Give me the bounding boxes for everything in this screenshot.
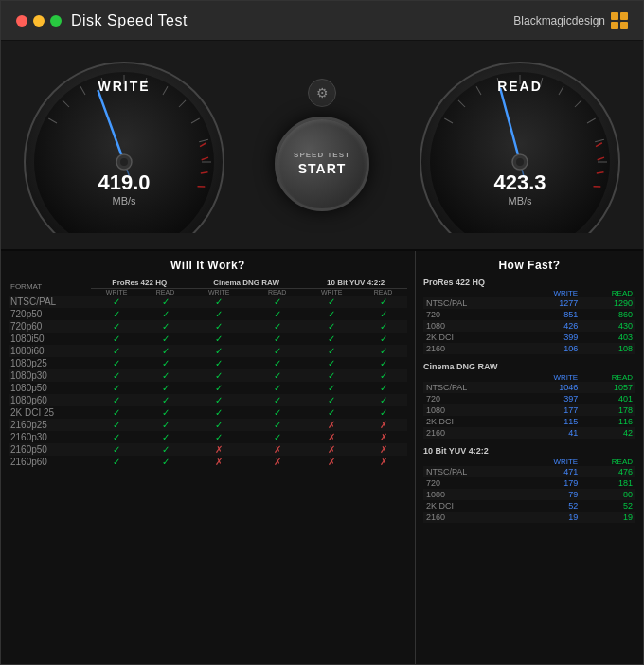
format-cell: 2160p25 xyxy=(9,419,91,431)
brand-sq-1 xyxy=(611,12,618,20)
format-cell: 720p50 xyxy=(9,308,91,320)
write-gauge-value: 419.0 MB/s xyxy=(98,171,150,207)
hf-label-header xyxy=(423,289,519,297)
check-mark: ✓ xyxy=(91,406,143,419)
hf-write-value: 41 xyxy=(519,427,581,439)
start-button-sub-label: SPEED TEST xyxy=(294,150,350,160)
check-mark: ✓ xyxy=(91,296,143,308)
table-row: NTSC/PAL12771290 xyxy=(423,297,635,309)
how-fast-content: ProRes 422 HQWRITEREADNTSC/PAL1277129072… xyxy=(423,278,635,523)
check-mark: ✓ xyxy=(91,394,143,406)
check-mark: ✓ xyxy=(142,431,188,443)
format-cell: 1080i50 xyxy=(9,332,91,345)
results-section: Will It Work? FORMAT ProRes 422 HQ Cinem… xyxy=(1,249,643,664)
hf-write-value: 851 xyxy=(519,309,581,320)
check-mark: ✓ xyxy=(142,406,188,419)
hf-row-label: 2K DCI xyxy=(423,500,519,512)
hf-read-header: READ xyxy=(581,289,635,297)
write-gauge-label: WRITE xyxy=(98,79,150,94)
check-mark: ✓ xyxy=(359,369,407,382)
hf-write-value: 399 xyxy=(519,332,581,343)
check-mark: ✓ xyxy=(188,369,250,382)
yuv-read-header: READ xyxy=(359,289,407,297)
table-row: 1080p25✓✓✓✓✓✓ xyxy=(9,357,407,369)
hf-write-value: 426 xyxy=(519,320,581,332)
table-row: 1080i50✓✓✓✓✓✓ xyxy=(9,332,407,345)
check-mark: ✓ xyxy=(91,456,143,468)
hf-read-value: 178 xyxy=(581,404,635,416)
format-cell: 2160p50 xyxy=(9,443,91,456)
table-row: NTSC/PAL✓✓✓✓✓✓ xyxy=(9,296,407,308)
check-mark: ✓ xyxy=(250,382,305,394)
check-mark: ✓ xyxy=(142,308,188,320)
check-mark: ✓ xyxy=(304,369,359,382)
hf-read-value: 403 xyxy=(581,332,635,343)
format-cell: 2K DCI 25 xyxy=(9,406,91,419)
table-row: 21601919 xyxy=(423,512,635,523)
hf-row-label: 720 xyxy=(423,393,519,404)
svg-point-41 xyxy=(516,158,524,166)
brand-sq-4 xyxy=(620,22,628,29)
read-gauge: READ 423.3 MB/s xyxy=(416,58,624,233)
table-row: NTSC/PAL10461057 xyxy=(423,382,635,393)
minimize-button[interactable] xyxy=(33,15,45,27)
check-mark: ✓ xyxy=(91,419,143,431)
cross-mark: ✗ xyxy=(359,431,407,443)
how-fast-table: WRITEREADNTSC/PAL12771290720851860108042… xyxy=(423,289,635,354)
close-button[interactable] xyxy=(16,15,27,27)
read-speed-number: 423.3 xyxy=(493,171,546,195)
table-row: NTSC/PAL471476 xyxy=(423,466,635,477)
check-mark: ✓ xyxy=(188,431,250,443)
check-mark: ✓ xyxy=(91,308,143,320)
check-mark: ✓ xyxy=(91,443,143,456)
start-speed-test-button[interactable]: SPEED TEST START xyxy=(275,117,369,211)
check-mark: ✓ xyxy=(142,345,188,357)
table-row: 720397401 xyxy=(423,393,635,404)
read-gauge-value: 423.3 MB/s xyxy=(493,171,546,207)
check-mark: ✓ xyxy=(188,406,250,419)
check-mark: ✓ xyxy=(359,394,407,406)
hf-row-label: 1080 xyxy=(423,489,519,500)
hf-row-label: 2K DCI xyxy=(423,332,519,343)
table-row: 1080426430 xyxy=(423,320,635,332)
check-mark: ✓ xyxy=(250,296,305,308)
format-cell: 1080p25 xyxy=(9,357,91,369)
check-mark: ✓ xyxy=(250,332,305,345)
format-col-header: FORMAT xyxy=(9,278,91,296)
window-controls xyxy=(16,15,62,27)
hf-read-value: 80 xyxy=(581,489,635,500)
brand-squares-icon xyxy=(611,12,628,29)
hf-write-value: 397 xyxy=(519,393,581,404)
check-mark: ✓ xyxy=(304,296,359,308)
hf-read-value: 52 xyxy=(581,500,635,512)
table-row: 2160p25✓✓✓✓✗✗ xyxy=(9,419,407,431)
title-bar-left: Disk Speed Test xyxy=(16,12,188,29)
check-mark: ✓ xyxy=(188,419,250,431)
table-row: 1080p60✓✓✓✓✓✓ xyxy=(9,394,407,406)
check-mark: ✓ xyxy=(250,345,305,357)
format-cell: NTSC/PAL xyxy=(9,296,91,308)
check-mark: ✓ xyxy=(304,308,359,320)
cross-mark: ✗ xyxy=(359,456,407,468)
hf-read-header: READ xyxy=(581,458,635,466)
check-mark: ✓ xyxy=(304,345,359,357)
table-row: 720p60✓✓✓✓✓✓ xyxy=(9,320,407,332)
check-mark: ✓ xyxy=(142,332,188,345)
read-speed-unit: MB/s xyxy=(493,195,546,207)
hf-row-label: 2160 xyxy=(423,512,519,523)
table-row: 720p50✓✓✓✓✓✓ xyxy=(9,308,407,320)
format-cell: 720p60 xyxy=(9,320,91,332)
table-row: 2160p50✓✓✗✗✗✗ xyxy=(9,443,407,456)
hf-row-label: 720 xyxy=(423,309,519,320)
hf-read-header: READ xyxy=(581,373,635,382)
format-cell: 2160p30 xyxy=(9,431,91,443)
maximize-button[interactable] xyxy=(50,15,62,27)
hf-read-value: 42 xyxy=(581,427,635,439)
settings-button[interactable]: ⚙ xyxy=(308,79,336,107)
hf-read-value: 476 xyxy=(581,466,635,477)
check-mark: ✓ xyxy=(250,394,305,406)
check-mark: ✓ xyxy=(304,406,359,419)
how-fast-group-title: ProRes 422 HQ xyxy=(423,278,635,287)
how-fast-table: WRITEREADNTSC/PAL47147672017918110807980… xyxy=(423,458,635,523)
hf-write-value: 19 xyxy=(519,512,581,523)
